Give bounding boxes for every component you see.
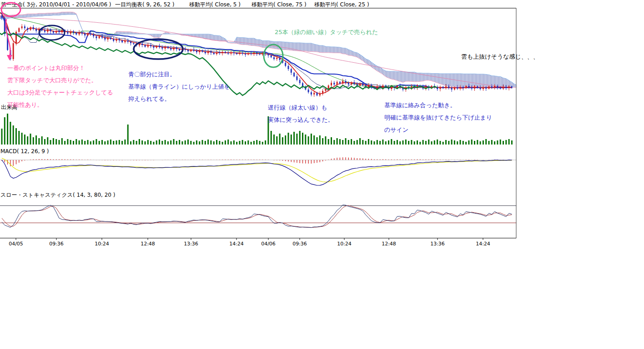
candle: [187, 50, 189, 51]
volume-bar: [170, 140, 171, 145]
volume-bar: [30, 134, 31, 145]
volume-bar: [468, 140, 469, 145]
candle: [271, 55, 272, 57]
volume-bar: [50, 140, 51, 145]
candle: [207, 51, 209, 53]
volume-bar: [377, 140, 378, 145]
candle: [251, 53, 252, 54]
volume-bar: [291, 135, 292, 145]
volume-bar: [233, 140, 235, 145]
volume-bar: [247, 140, 249, 145]
volume-bar: [173, 139, 175, 145]
candle: [181, 49, 183, 50]
candle: [41, 29, 43, 30]
candle: [53, 31, 54, 33]
volume-bar: [167, 141, 169, 145]
candle: [508, 86, 510, 88]
candle: [282, 60, 283, 63]
volume-bar: [179, 140, 180, 145]
candle: [247, 53, 249, 55]
volume-bar: [313, 135, 315, 145]
candle: [460, 87, 461, 89]
chart-canvas: 04/0509:3610:2412:4813:3614:2404/0609:36…: [0, 0, 644, 349]
volume-bar: [311, 134, 312, 145]
volume-bar: [374, 141, 375, 145]
candle: [59, 31, 60, 32]
candle: [319, 94, 321, 95]
candle: [296, 76, 297, 80]
volume-bar: [147, 140, 149, 145]
volume-bar: [454, 140, 455, 145]
volume-bar: [497, 140, 498, 145]
black-note: 雲も上抜けそうな感じ、、、: [461, 53, 539, 61]
volume-bar: [216, 140, 217, 145]
volume-bar: [59, 140, 60, 145]
volume-bar: [445, 140, 447, 145]
candle: [448, 86, 449, 88]
candle: [227, 53, 229, 54]
candle: [259, 54, 261, 55]
candle: [443, 87, 444, 88]
volume-bar: [408, 141, 409, 145]
chart-application: { "theme": { "pink": "#ff4fa7", "blue": …: [0, 0, 644, 349]
volume-bar: [357, 140, 358, 145]
volume-bar: [90, 141, 91, 145]
volume-bar: [397, 140, 398, 145]
volume-bar: [483, 140, 484, 145]
volume-bar: [110, 140, 111, 145]
volume-bar: [317, 137, 318, 145]
volume-bar: [388, 140, 389, 145]
candle: [176, 48, 177, 49]
volume-bar: [210, 140, 211, 145]
volume-bar: [176, 141, 177, 145]
candle: [497, 86, 498, 87]
volume-bar: [399, 141, 401, 145]
candle: [35, 29, 37, 31]
ma75-settings-label: 移動平均( Close, 75 ): [252, 1, 307, 9]
candle: [124, 40, 126, 42]
candle: [503, 87, 504, 89]
x-axis-label: 09:36: [292, 241, 307, 247]
candle: [110, 38, 111, 39]
volume-bar: [70, 140, 71, 145]
volume-bar: [245, 141, 246, 145]
candle: [64, 30, 65, 32]
volume-bar: [328, 139, 329, 145]
candle: [276, 58, 277, 59]
note-line: 抑えられてる。: [128, 93, 230, 105]
candle: [147, 45, 149, 47]
candle: [185, 49, 186, 50]
volume-bar: [477, 140, 478, 145]
candle: [317, 93, 318, 95]
stochastics-k-line: [2, 205, 512, 228]
volume-bar: [419, 142, 421, 145]
candle: [190, 50, 191, 51]
candle: [33, 27, 34, 29]
candle: [24, 26, 25, 28]
volume-bar: [460, 140, 461, 145]
candle: [262, 54, 263, 55]
candle: [10, 50, 11, 59]
volume-bar: [385, 141, 387, 145]
candle: [333, 83, 335, 85]
note-line: 明確に基準線を抜けてきたら下げ止まり: [384, 111, 492, 124]
candle: [328, 85, 329, 89]
candle: [96, 36, 97, 38]
candle: [44, 30, 45, 32]
x-axis-label: 14:24: [229, 241, 244, 247]
candle: [494, 86, 495, 88]
note-line: 可能性あり。: [7, 99, 113, 111]
candle: [167, 47, 169, 48]
volume-bar: [365, 141, 367, 145]
candle: [55, 31, 57, 33]
candle: [285, 63, 286, 66]
candle: [133, 43, 134, 44]
volume-bar: [47, 137, 48, 145]
volume-bar: [113, 141, 114, 145]
candle: [491, 86, 493, 88]
candle: [13, 43, 14, 59]
volume-bar: [187, 140, 189, 145]
candle: [202, 50, 203, 52]
x-axis-label: 14:24: [476, 241, 490, 247]
volume-bar: [27, 136, 28, 145]
